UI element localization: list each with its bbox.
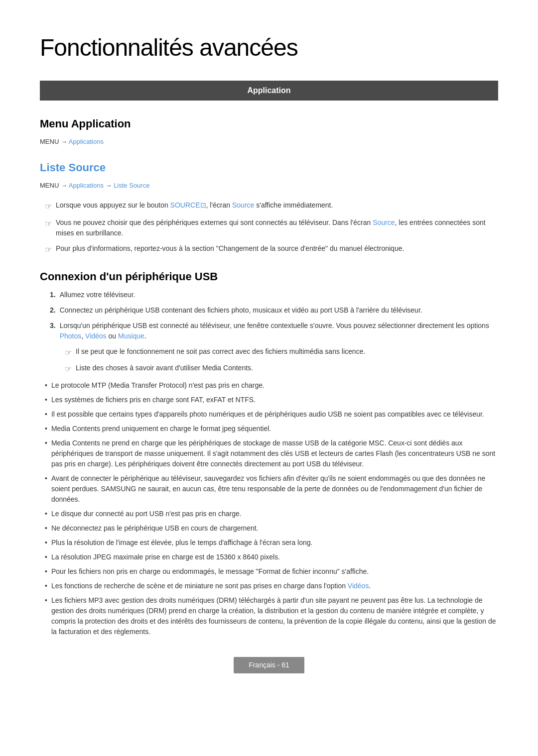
section-header: Application (40, 81, 498, 101)
usb-step-3: 3. Lorsqu'un périphérique USB est connec… (50, 321, 498, 341)
liste-source-link[interactable]: Liste Source (114, 182, 149, 189)
bullet-item-5: • Media Contents ne prend en charge que … (40, 438, 498, 469)
bullet-6-text: Avant de connecter le périphérique au té… (51, 473, 498, 505)
usb-step-1: 1. Allumez votre téléviseur. (50, 290, 498, 300)
step-3-text: Lorsqu'un périphérique USB est connecté … (60, 321, 498, 341)
bullet-5-text: Media Contents ne prend en charge que le… (51, 438, 498, 469)
liste-source-note1: ☞ Lorsque vous appuyez sur le bouton SOU… (40, 200, 498, 213)
bullet-11: • (45, 566, 47, 577)
step-1-text: Allumez votre téléviseur. (60, 290, 135, 300)
bullet-5: • (45, 438, 47, 448)
source-link-1[interactable]: Source (232, 201, 254, 209)
bullet-13-text: Les fichiers MP3 avec gestion des droits… (51, 595, 498, 637)
bullet-item-9: • Plus la résolution de l'image est élev… (40, 538, 498, 548)
usb-step-2: 2. Connectez un périphérique USB contena… (50, 305, 498, 316)
bullet-1: • (45, 380, 47, 391)
step-num-2: 2. (50, 305, 56, 316)
bullet-2-text: Les systèmes de fichiers pris en charge … (51, 395, 256, 405)
subnote-2-text: Liste des choses à savoir avant d'utilis… (76, 363, 253, 373)
liste-source-app-link[interactable]: Applications (69, 182, 104, 189)
bullet-6: • (45, 473, 47, 484)
bullet-8-text: Ne déconnectez pas le périphérique USB e… (51, 523, 259, 534)
bullet-7-text: Le disque dur connecté au port USB n'est… (51, 509, 242, 519)
applications-link[interactable]: Applications (69, 138, 104, 145)
menu-application-path: MENU → Applications (40, 137, 498, 147)
bullet-item-12: • Les fonctions de recherche de scène et… (40, 581, 498, 591)
liste-source-title: Liste Source (40, 159, 498, 176)
menu-application-section: Menu Application MENU → Applications (40, 115, 498, 147)
subnote-icon-2: ☞ (65, 363, 72, 375)
usb-subnote-1: ☞ Il se peut que le fonctionnement ne so… (65, 346, 498, 359)
liste-source-path: MENU → Applications → Liste Source (40, 181, 498, 191)
bullet-4-text: Media Contents prend uniquement en charg… (51, 424, 271, 434)
page-footer: Français - 61 (40, 657, 498, 673)
bullet-item-11: • Pour les fichiers non pris en charge o… (40, 566, 498, 577)
menu-application-title: Menu Application (40, 115, 498, 132)
step-2-text: Connectez un périphérique USB contenant … (60, 305, 422, 316)
footer-label: Français - 61 (234, 657, 304, 673)
subnote-1-text: Il se peut que le fonctionnement ne soit… (76, 346, 365, 357)
bullet-item-6: • Avant de connecter le périphérique au … (40, 473, 498, 505)
connexion-usb-title: Connexion d'un périphérique USB (40, 268, 498, 285)
liste-source-note3: ☞ Pour plus d'informations, reportez-vou… (40, 243, 498, 256)
bullet-item-7: • Le disque dur connecté au port USB n'e… (40, 509, 498, 519)
liste-source-note2-text: Vous ne pouvez choisir que des périphéri… (56, 217, 498, 238)
bullet-1-text: Le protocole MTP (Media Transfer Protoco… (51, 380, 265, 391)
note-icon-3: ☞ (45, 244, 52, 256)
source-button-link[interactable]: SOURCE⊡ (170, 201, 206, 209)
videos-link-1[interactable]: Vidéos (85, 332, 107, 340)
bullet-item-13: • Les fichiers MP3 avec gestion des droi… (40, 595, 498, 637)
subnote-icon-1: ☞ (65, 347, 72, 359)
step-num-3: 3. (50, 321, 56, 331)
videos-link-2[interactable]: Vidéos (348, 582, 369, 590)
connexion-usb-section: Connexion d'un périphérique USB 1. Allum… (40, 268, 498, 637)
step-num-1: 1. (50, 290, 56, 300)
liste-source-sep: → (104, 182, 114, 189)
bullet-3-text: Il est possible que certains types d'app… (51, 409, 484, 420)
usb-steps: 1. Allumez votre téléviseur. 2. Connecte… (50, 290, 498, 375)
page-title: Fonctionnalités avancées (40, 30, 498, 66)
bullet-3: • (45, 409, 47, 420)
musique-link[interactable]: Musique (118, 332, 144, 340)
note-icon-2: ☞ (45, 218, 52, 230)
bullet-item-10: • La résolution JPEG maximale prise en c… (40, 552, 498, 562)
bullet-item-3: • Il est possible que certains types d'a… (40, 409, 498, 420)
liste-source-note1-text: Lorsque vous appuyez sur le bouton SOURC… (56, 200, 498, 211)
usb-subnote-2: ☞ Liste des choses à savoir avant d'util… (65, 363, 498, 375)
bullet-item-4: • Media Contents prend uniquement en cha… (40, 424, 498, 434)
bullet-11-text: Pour les fichiers non pris en charge ou … (51, 566, 369, 577)
bullet-10-text: La résolution JPEG maximale prise en cha… (51, 552, 280, 562)
photos-link[interactable]: Photos (60, 332, 82, 340)
menu-path-prefix: MENU → (40, 138, 69, 145)
bullet-12-text: Les fonctions de recherche de scène et d… (51, 581, 371, 591)
bullet-9: • (45, 538, 47, 548)
note-icon-1: ☞ (45, 201, 52, 213)
liste-source-menu-prefix: MENU → (40, 182, 69, 189)
liste-source-note2: ☞ Vous ne pouvez choisir que des périphé… (40, 217, 498, 238)
bullet-13: • (45, 595, 47, 606)
bullet-item-2: • Les systèmes de fichiers pris en charg… (40, 395, 498, 405)
bullet-4: • (45, 424, 47, 434)
liste-source-note3-text: Pour plus d'informations, reportez-vous … (56, 243, 498, 254)
bullet-9-text: Plus la résolution de l'image est élevée… (51, 538, 313, 548)
bullet-10: • (45, 552, 47, 562)
bullet-12: • (45, 581, 47, 591)
bullet-item-1: • Le protocole MTP (Media Transfer Proto… (40, 380, 498, 391)
bullet-2: • (45, 395, 47, 405)
bullet-item-8: • Ne déconnectez pas le périphérique USB… (40, 523, 498, 534)
usb-bullet-list: • Le protocole MTP (Media Transfer Proto… (40, 380, 498, 637)
source-link-2[interactable]: Source (373, 218, 395, 226)
bullet-8: • (45, 523, 47, 534)
liste-source-section: Liste Source MENU → Applications → Liste… (40, 159, 498, 256)
bullet-7: • (45, 509, 47, 519)
